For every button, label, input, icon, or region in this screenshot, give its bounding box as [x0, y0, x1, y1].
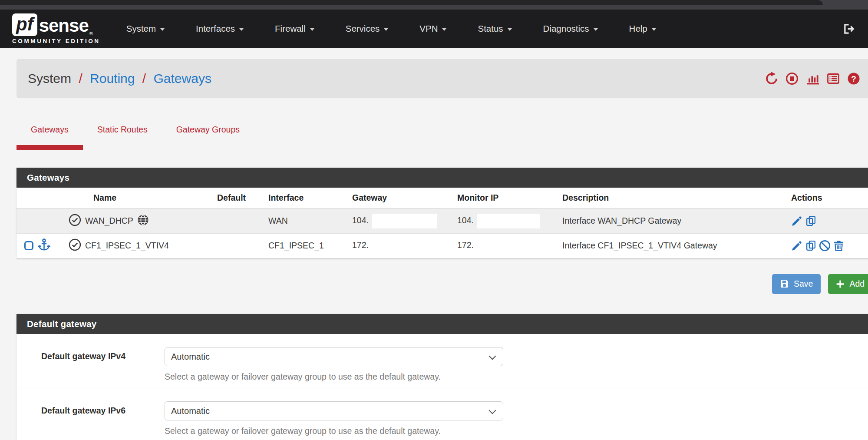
save-button-label: Save [794, 279, 813, 289]
menu-item-status[interactable]: Status [462, 10, 527, 48]
default-gateway-ipv4-select-wrap: Automatic [165, 347, 503, 366]
redacted-value [477, 214, 540, 228]
menu-item-services[interactable]: Services [330, 10, 404, 48]
gateway-name: CF1_IPSEC_1_VTIV4 [85, 241, 169, 251]
form-row-ipv4: Default gateway IPv4 Automatic Select a … [17, 334, 868, 388]
logo-pf: pf [12, 13, 37, 36]
routing-tabs: Gateways Static Routes Gateway Groups [17, 113, 868, 150]
window-chrome [0, 0, 868, 10]
default-cell [215, 233, 264, 258]
delete-icon[interactable] [833, 240, 845, 251]
interface-cell: WAN [264, 208, 348, 233]
description-cell: Interface CF1_IPSEC_1_VTIV4 Gateway [558, 233, 787, 258]
logo-sense: sense [39, 15, 89, 36]
checkbox-icon[interactable] [24, 241, 33, 250]
default-gateway-ipv4-label: Default gateway IPv4 [41, 347, 165, 382]
help-icon[interactable]: ? [847, 72, 860, 85]
save-button[interactable]: Save [772, 274, 821, 294]
menu-label: VPN [419, 23, 438, 34]
list-icon[interactable] [827, 72, 840, 85]
copy-icon[interactable] [805, 215, 817, 227]
default-cell [215, 208, 264, 233]
redacted-value [372, 238, 437, 253]
tab-gateway-groups[interactable]: Gateway Groups [162, 113, 254, 150]
chevron-down-icon [239, 28, 244, 31]
breadcrumb: System / Routing / Gateways [28, 71, 211, 86]
logo-registered-mark: ® [89, 31, 93, 36]
tab-static-routes[interactable]: Static Routes [83, 113, 162, 150]
gateways-panel: Gateways Name Default Interface Gateway … [17, 168, 868, 258]
table-buttons-row: Save Add [17, 274, 868, 294]
menu-item-diagnostics[interactable]: Diagnostics [528, 10, 614, 48]
breadcrumb-separator: / [75, 71, 86, 86]
menu-label: System [126, 23, 156, 34]
page-action-icons: ? [765, 59, 860, 98]
chevron-down-icon [652, 28, 656, 31]
chevron-down-icon [384, 28, 388, 31]
breadcrumb-link-routing[interactable]: Routing [90, 71, 135, 86]
description-cell: Interface WAN_DHCP Gateway [558, 208, 787, 233]
form-row-ipv6: Default gateway IPv6 Automatic Select a … [17, 388, 868, 440]
menu-label: Diagnostics [543, 23, 589, 34]
actions-cell [787, 233, 868, 258]
menu-item-firewall[interactable]: Firewall [259, 10, 330, 48]
table-header-row: Name Default Interface Gateway Monitor I… [17, 188, 868, 208]
refresh-icon[interactable] [765, 72, 778, 85]
check-circle-icon [69, 214, 81, 228]
row-flags-cell [17, 233, 68, 258]
top-navbar: pf sense ® COMMUNITY EDITION System Inte… [0, 10, 868, 48]
stop-icon[interactable] [785, 72, 799, 85]
plus-icon [836, 280, 845, 288]
column-header-actions: Actions [787, 188, 868, 208]
menu-label: Services [346, 23, 380, 34]
tab-gateways[interactable]: Gateways [17, 113, 83, 150]
edit-icon[interactable] [791, 215, 803, 227]
default-gateway-ipv6-help: Select a gateway or failover gateway gro… [165, 426, 503, 436]
copy-icon[interactable] [805, 240, 817, 251]
main-menu: System Interfaces Firewall Services VPN … [111, 10, 672, 48]
column-header-gateway: Gateway [348, 188, 453, 208]
menu-item-vpn[interactable]: VPN [404, 10, 462, 48]
sign-out-icon[interactable] [843, 23, 855, 35]
table-row: CF1_IPSEC_1_VTIV4 CF1_IPSEC_1 172. 172. … [17, 233, 868, 258]
edit-icon[interactable] [791, 240, 803, 251]
redacted-value [477, 238, 540, 253]
add-button[interactable]: Add [828, 274, 868, 294]
gateways-panel-title: Gateways [17, 168, 868, 188]
chevron-down-icon [508, 28, 512, 31]
gateway-ip-cell: 172. [348, 233, 453, 258]
logo-edition: COMMUNITY EDITION [12, 38, 100, 44]
default-gateway-ipv6-select-wrap: Automatic [165, 401, 503, 420]
menu-item-help[interactable]: Help [614, 10, 672, 48]
menu-label: Status [478, 23, 503, 34]
svg-text:?: ? [851, 74, 856, 83]
chart-icon[interactable] [806, 72, 819, 86]
default-gateway-panel-title: Default gateway [17, 314, 868, 334]
disable-icon[interactable] [819, 240, 831, 251]
column-header-interface: Interface [264, 188, 348, 208]
column-header-name: Name [68, 188, 215, 208]
menu-item-interfaces[interactable]: Interfaces [180, 10, 259, 48]
redacted-value [372, 214, 437, 228]
breadcrumb-bar: System / Routing / Gateways [17, 59, 868, 98]
chevron-down-icon [310, 28, 314, 31]
gateway-name-cell: CF1_IPSEC_1_VTIV4 [68, 233, 215, 258]
monitor-ip-cell: 172. [453, 233, 558, 258]
default-gateway-ipv4-select[interactable]: Automatic [165, 347, 503, 366]
menu-label: Help [629, 23, 647, 34]
anchor-icon [37, 238, 51, 254]
breadcrumb-link-gateways[interactable]: Gateways [154, 71, 211, 86]
breadcrumb-section: System [28, 71, 71, 86]
column-header-description: Description [558, 188, 787, 208]
chevron-down-icon [594, 28, 598, 31]
table-row: WAN_DHCP WAN 1 [17, 208, 868, 233]
default-gateway-ipv6-label: Default gateway IPv6 [41, 401, 165, 436]
column-header-icons [17, 188, 68, 208]
gateway-name: WAN_DHCP [85, 216, 133, 226]
check-circle-icon [69, 238, 81, 253]
pfsense-logo[interactable]: pf sense ® COMMUNITY EDITION [12, 13, 100, 44]
default-gateway-ipv6-select[interactable]: Automatic [165, 401, 503, 420]
menu-item-system[interactable]: System [111, 10, 180, 48]
column-header-monitor-ip: Monitor IP [453, 188, 558, 208]
add-button-label: Add [849, 279, 865, 289]
